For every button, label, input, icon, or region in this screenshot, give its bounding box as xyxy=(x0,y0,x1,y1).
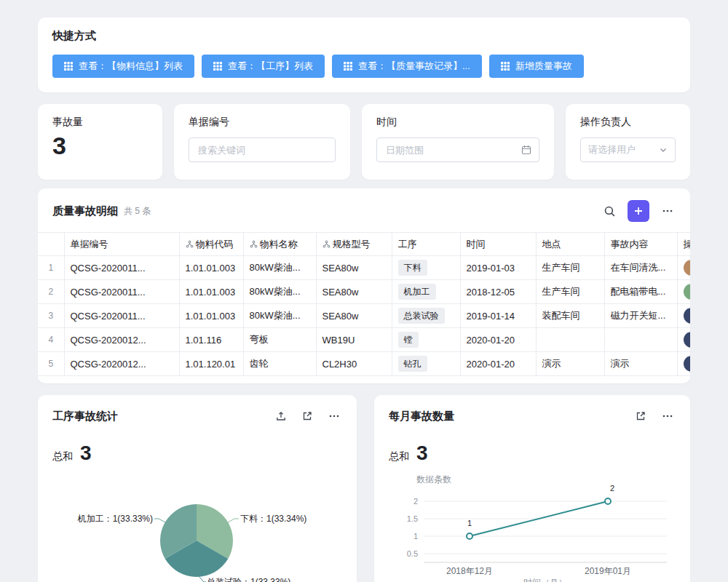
shortcut-button-4[interactable]: 新增质量事故 xyxy=(489,55,584,78)
table-cell xyxy=(677,280,690,304)
table-cell xyxy=(677,352,690,376)
date-range-input-box xyxy=(376,137,539,162)
shortcut-button-label: 新增质量事故 xyxy=(515,60,572,73)
svg-text:数据条数: 数据条数 xyxy=(416,474,451,485)
table-cell: 1 xyxy=(38,256,64,280)
doc-no-search-input[interactable] xyxy=(197,144,328,156)
table-cell: SEA80w xyxy=(316,280,392,304)
shortcuts-card: 快捷方式 查看：【物料信息】列表查看：【工序】列表查看：【质量事故记录】...新… xyxy=(38,17,690,92)
svg-text:总装试验：1(33.33%): 总装试验：1(33.33%) xyxy=(206,577,290,582)
svg-text:下料：1(33.34%): 下料：1(33.34%) xyxy=(240,514,306,524)
column-header-1: 单据编号 xyxy=(64,233,179,256)
export-button[interactable] xyxy=(274,409,288,423)
operator-select-placeholder: 请选择用户 xyxy=(588,143,653,156)
table-row[interactable]: 5QCSG-2020012...1.01.120.01齿轮CL2H30钻孔202… xyxy=(38,352,690,376)
grid-icon xyxy=(344,62,352,71)
table-cell: 生产车间 xyxy=(536,256,604,280)
operator-label: 操作负责人 xyxy=(580,116,676,129)
relation-icon xyxy=(250,240,258,248)
table-actions xyxy=(602,200,676,222)
svg-text:时间（月）: 时间（月） xyxy=(523,578,567,582)
table-cell: 3 xyxy=(38,304,64,328)
process-total-value: 3 xyxy=(80,443,92,463)
more-icon xyxy=(661,204,674,218)
svg-text:1: 1 xyxy=(467,519,472,527)
process-stats-title: 工序事故统计 xyxy=(52,410,118,423)
column-header-index xyxy=(38,233,64,256)
monthly-line-chart: 数据条数0.511.522018年12月2019年01月12时间（月） xyxy=(389,469,676,582)
table-cell: 80kW柴油... xyxy=(243,280,316,304)
table-row[interactable]: 1QCSG-2020011...1.01.01.00380kW柴油...SEA8… xyxy=(38,256,690,280)
accident-count-card: 事故量 3 xyxy=(38,104,162,180)
table-row[interactable]: 4QCSG-2020012...1.01.116弯板WB19U镗2020-01-… xyxy=(38,328,690,352)
table-cell: 2020-01-20 xyxy=(460,328,536,352)
avatar xyxy=(684,260,691,276)
shortcut-button-3[interactable]: 查看：【质量事故记录】... xyxy=(332,55,482,78)
time-label: 时间 xyxy=(376,116,539,129)
dashboard-page: { "colors": { "page_bg": "#eef0f4", "pri… xyxy=(0,0,728,582)
doc-no-input-box xyxy=(189,137,336,162)
table-cell: 生产车间 xyxy=(536,280,604,304)
table-cell: 2019-01-14 xyxy=(460,304,536,328)
svg-text:2019年01月: 2019年01月 xyxy=(585,566,631,576)
chevron-down-icon xyxy=(659,146,668,154)
table-cell xyxy=(677,256,690,280)
open-fullscreen-button[interactable] xyxy=(300,409,314,423)
process-tag: 钻孔 xyxy=(398,356,427,372)
table-scroll-area[interactable]: 单据编号物料代码物料名称规格型号工序时间地点事故内容操作负责人 1QCSG-20… xyxy=(38,232,690,376)
detail-table: 单据编号物料代码物料名称规格型号工序时间地点事故内容操作负责人 1QCSG-20… xyxy=(38,232,690,376)
monthly-count-more-button[interactable] xyxy=(660,408,676,424)
date-range-input[interactable] xyxy=(384,144,515,156)
column-header-5: 工序 xyxy=(392,233,460,256)
monthly-count-header: 每月事故数量 xyxy=(389,408,676,424)
grid-icon xyxy=(64,62,73,71)
open-fullscreen-button[interactable] xyxy=(633,409,648,423)
operator-select[interactable]: 请选择用户 xyxy=(580,137,676,162)
table-cell: 演示 xyxy=(536,352,604,376)
external-link-icon xyxy=(301,410,313,422)
table-row[interactable]: 3QCSG-2020011...1.01.01.00380kW柴油...SEA8… xyxy=(38,304,690,328)
doc-no-label: 单据编号 xyxy=(189,116,336,129)
table-cell: QCSG-2020012... xyxy=(64,328,179,352)
record-count: 共 5 条 xyxy=(124,205,151,218)
relation-icon xyxy=(323,240,331,248)
add-record-button[interactable] xyxy=(628,200,649,222)
shortcut-button-label: 查看：【工序】列表 xyxy=(228,60,313,73)
shortcut-button-label: 查看：【物料信息】列表 xyxy=(79,60,183,73)
search-button[interactable] xyxy=(602,204,617,219)
table-cell: 1.01.01.003 xyxy=(179,304,243,328)
shortcut-button-2[interactable]: 查看：【工序】列表 xyxy=(202,55,325,78)
calendar-icon[interactable] xyxy=(521,145,531,155)
process-stats-more-button[interactable] xyxy=(326,408,342,424)
page: 快捷方式 查看：【物料信息】列表查看：【工序】列表查看：【质量事故记录】...新… xyxy=(38,0,690,582)
table-cell: 磁力开关短... xyxy=(604,304,677,328)
table-cell: SEA80w xyxy=(316,256,392,280)
table-row[interactable]: 2QCSG-2020011...1.01.01.00380kW柴油...SEA8… xyxy=(38,280,690,304)
relation-icon xyxy=(186,240,194,248)
process-stats-actions xyxy=(274,408,342,424)
monthly-count-card: 每月事故数量 总和 3 数 xyxy=(374,395,690,582)
column-header-8: 事故内容 xyxy=(604,233,677,256)
shortcut-button-1[interactable]: 查看：【物料信息】列表 xyxy=(52,55,194,78)
table-cell: 下料 xyxy=(392,256,460,280)
svg-text:2018年12月: 2018年12月 xyxy=(446,566,493,576)
column-header-3: 物料名称 xyxy=(243,233,316,256)
table-cell: 1.01.120.01 xyxy=(179,352,243,376)
shortcut-buttons: 查看：【物料信息】列表查看：【工序】列表查看：【质量事故记录】...新增质量事故 xyxy=(52,55,676,78)
plus-icon xyxy=(633,206,644,216)
table-cell: 4 xyxy=(38,328,64,352)
table-cell: 2 xyxy=(38,280,64,304)
table-cell: 配电箱带电... xyxy=(604,280,677,304)
more-icon xyxy=(661,410,674,423)
table-cell xyxy=(677,328,690,352)
time-filter-card: 时间 xyxy=(362,104,554,180)
table-cell xyxy=(604,328,677,352)
table-cell: 1.01.01.003 xyxy=(179,256,243,280)
table-cell: 1.01.01.003 xyxy=(179,280,243,304)
avatar xyxy=(684,332,691,348)
table-more-button[interactable] xyxy=(660,203,676,219)
process-total: 总和 3 xyxy=(52,443,342,463)
column-header-2: 物料代码 xyxy=(179,233,243,256)
shortcut-button-label: 查看：【质量事故记录】... xyxy=(358,60,470,73)
charts-row: 工序事故统计 xyxy=(38,395,690,582)
